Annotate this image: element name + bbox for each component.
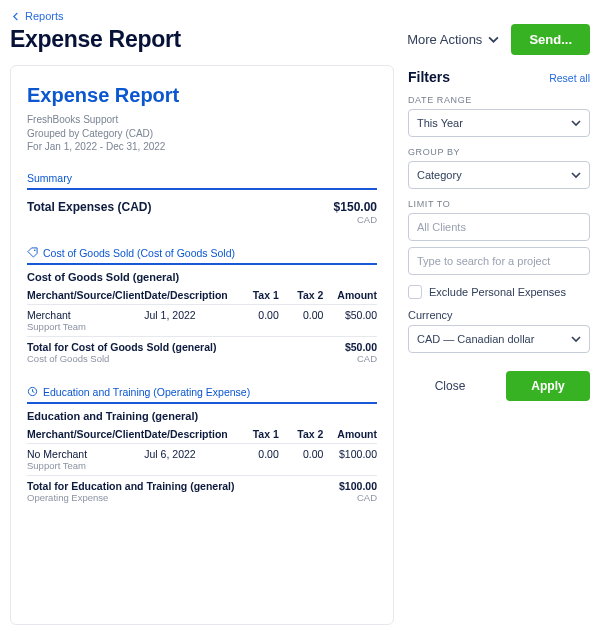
cell-merchant: Merchant: [27, 309, 144, 321]
summary-label: Summary: [27, 172, 377, 184]
breadcrumb-label: Reports: [25, 10, 64, 22]
category-total-amount: $100.00: [323, 480, 377, 492]
page-title: Expense Report: [10, 26, 181, 53]
currency-label: Currency: [408, 309, 590, 321]
category-total-amount: $50.00: [323, 341, 377, 353]
report-meta: FreshBooks Support Grouped by Category (…: [27, 113, 377, 154]
svg-point-0: [34, 249, 36, 251]
report-card: Expense Report FreshBooks Support Groupe…: [10, 65, 394, 625]
total-expenses-currency: CAD: [334, 214, 377, 225]
category-total-sub: Cost of Goods Sold: [27, 353, 323, 364]
category-total-label: Total for Education and Training (genera…: [27, 480, 323, 492]
category-total-currency: CAD: [323, 492, 377, 503]
report-grouping: Grouped by Category (CAD): [27, 127, 377, 141]
checkbox-icon: [408, 285, 422, 299]
category-total-sub: Operating Expense: [27, 492, 323, 503]
more-actions-label: More Actions: [407, 32, 482, 47]
col-amount: Amount: [323, 425, 377, 444]
filters-panel: Filters Reset all DATE RANGE This Year G…: [408, 65, 590, 401]
total-expenses-value: $150.00: [334, 200, 377, 214]
category-total-label: Total for Cost of Goods Sold (general): [27, 341, 323, 353]
group-by-value: Category: [417, 169, 462, 181]
category-header: Education and Training (Operating Expens…: [27, 386, 377, 398]
chevron-left-icon: [12, 12, 21, 21]
date-range-value: This Year: [417, 117, 463, 129]
category-header: Cost of Goods Sold (Cost of Goods Sold): [27, 247, 377, 259]
col-tax2: Tax 2: [279, 286, 324, 305]
cell-client: Support Team: [27, 460, 144, 471]
total-expenses-label: Total Expenses (CAD): [27, 200, 151, 225]
col-tax1: Tax 1: [234, 425, 279, 444]
cell-amount: $100.00: [323, 443, 377, 475]
divider: [27, 263, 377, 265]
col-tax1: Tax 1: [234, 286, 279, 305]
filters-title: Filters: [408, 69, 450, 85]
report-company: FreshBooks Support: [27, 113, 377, 127]
col-amount: Amount: [323, 286, 377, 305]
clock-icon: [27, 386, 38, 397]
breadcrumb[interactable]: Reports: [12, 10, 590, 22]
date-range-select[interactable]: This Year: [408, 109, 590, 137]
limit-to-label: LIMIT TO: [408, 199, 590, 209]
cell-client: Support Team: [27, 321, 144, 332]
clients-input[interactable]: All Clients: [408, 213, 590, 241]
divider: [27, 188, 377, 190]
currency-select[interactable]: CAD — Canadian dollar: [408, 325, 590, 353]
date-range-label: DATE RANGE: [408, 95, 590, 105]
clients-placeholder: All Clients: [417, 221, 466, 233]
chevron-down-icon: [571, 118, 581, 128]
report-date-range: For Jan 1, 2022 - Dec 31, 2022: [27, 140, 377, 154]
chevron-down-icon: [488, 34, 499, 45]
cell-amount: $50.00: [323, 304, 377, 336]
category-total-currency: CAD: [323, 353, 377, 364]
exclude-personal-checkbox[interactable]: Exclude Personal Expenses: [408, 285, 590, 299]
col-merchant: Merchant/Source/Client: [27, 425, 144, 444]
group-by-label: GROUP BY: [408, 147, 590, 157]
col-tax2: Tax 2: [279, 425, 324, 444]
cell-tax2: 0.00: [279, 304, 324, 336]
report-title: Expense Report: [27, 84, 377, 107]
chevron-down-icon: [571, 170, 581, 180]
cell-tax1: 0.00: [234, 304, 279, 336]
expense-table: Merchant/Source/Client Date/Description …: [27, 425, 377, 507]
col-merchant: Merchant/Source/Client: [27, 286, 144, 305]
cell-date: Jul 1, 2022: [144, 304, 234, 336]
expense-table: Merchant/Source/Client Date/Description …: [27, 286, 377, 368]
category-total-row: Total for Cost of Goods Sold (general) C…: [27, 336, 377, 368]
group-by-select[interactable]: Category: [408, 161, 590, 189]
category-title: Cost of Goods Sold (Cost of Goods Sold): [43, 247, 235, 259]
projects-input[interactable]: Type to search for a project: [408, 247, 590, 275]
close-button[interactable]: Close: [408, 379, 492, 393]
category-subhead: Cost of Goods Sold (general): [27, 271, 377, 283]
cell-tax2: 0.00: [279, 443, 324, 475]
col-date: Date/Description: [144, 425, 234, 444]
send-button[interactable]: Send...: [511, 24, 590, 55]
cell-date: Jul 6, 2022: [144, 443, 234, 475]
divider: [27, 402, 377, 404]
category-total-row: Total for Education and Training (genera…: [27, 475, 377, 507]
cell-tax1: 0.00: [234, 443, 279, 475]
top-bar: Expense Report More Actions Send...: [10, 24, 590, 55]
table-row: No Merchant Support Team Jul 6, 2022 0.0…: [27, 443, 377, 475]
projects-placeholder: Type to search for a project: [417, 255, 550, 267]
category-subhead: Education and Training (general): [27, 410, 377, 422]
currency-value: CAD — Canadian dollar: [417, 333, 534, 345]
table-row: Merchant Support Team Jul 1, 2022 0.00 0…: [27, 304, 377, 336]
category-title: Education and Training (Operating Expens…: [43, 386, 250, 398]
tag-icon: [27, 247, 38, 258]
cell-merchant: No Merchant: [27, 448, 144, 460]
reset-all-link[interactable]: Reset all: [549, 72, 590, 84]
more-actions-dropdown[interactable]: More Actions: [407, 32, 499, 47]
chevron-down-icon: [571, 334, 581, 344]
col-date: Date/Description: [144, 286, 234, 305]
exclude-label: Exclude Personal Expenses: [429, 286, 566, 298]
apply-button[interactable]: Apply: [506, 371, 590, 401]
